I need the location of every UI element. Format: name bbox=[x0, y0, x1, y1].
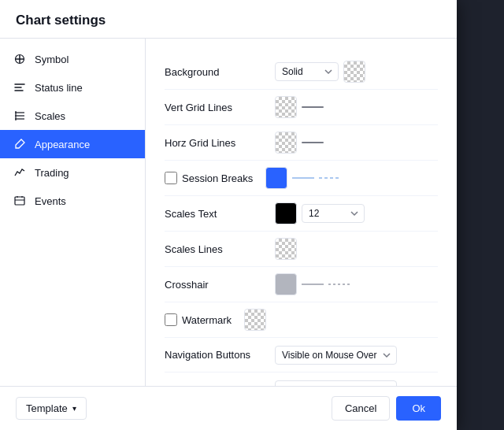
session-breaks-line-solid[interactable] bbox=[292, 177, 314, 179]
scales-text-color-swatch[interactable] bbox=[275, 202, 297, 224]
panel-body: Symbol Status line bbox=[0, 39, 457, 386]
horz-grid-dash-solid bbox=[302, 142, 324, 143]
sidebar-item-scales[interactable]: Scales bbox=[0, 102, 145, 130]
vert-grid-lines-label: Vert Grid Lines bbox=[165, 102, 275, 113]
background-color-swatch[interactable] bbox=[343, 61, 365, 83]
navigation-buttons-row: Navigation Buttons Always Visible on Mou… bbox=[165, 338, 438, 373]
session-breaks-row: Session Breaks bbox=[165, 161, 438, 196]
crosshair-line-dotted[interactable] bbox=[328, 284, 350, 285]
horz-grid-lines-row: Horz Grid Lines bbox=[165, 125, 438, 161]
vert-grid-color-swatch[interactable] bbox=[275, 96, 297, 118]
sidebar-item-trading[interactable]: Trading bbox=[0, 158, 145, 187]
sidebar-item-trading-label: Trading bbox=[35, 167, 69, 179]
vert-grid-dash-solid bbox=[302, 106, 324, 108]
scales-icon bbox=[13, 109, 27, 123]
horz-grid-lines-label: Horz Grid Lines bbox=[165, 137, 275, 149]
symbol-icon bbox=[13, 52, 27, 66]
scales-text-size-dropdown[interactable]: 10 11 12 13 14 16 bbox=[302, 204, 365, 223]
footer-left: Template ▾ bbox=[16, 397, 87, 420]
footer-right: Cancel Ok bbox=[332, 396, 441, 421]
cancel-button[interactable]: Cancel bbox=[332, 396, 390, 421]
sidebar-item-status-line-label: Status line bbox=[35, 82, 83, 94]
scales-lines-label: Scales Lines bbox=[165, 243, 275, 255]
horz-grid-line-style[interactable] bbox=[302, 142, 324, 143]
session-breaks-line-dotted[interactable] bbox=[319, 177, 341, 179]
pane-buttons-dropdown[interactable]: Always Visible on Mouse Over Never bbox=[275, 380, 397, 387]
sidebar-item-symbol[interactable]: Symbol bbox=[0, 45, 145, 73]
events-icon bbox=[13, 194, 27, 208]
background-row: Background Solid Gradient Image bbox=[165, 54, 438, 90]
dialog-overlay: Chart settings Symbol bbox=[0, 0, 504, 430]
crosshair-line-solid[interactable] bbox=[302, 284, 324, 285]
watermark-label: Watermark bbox=[182, 314, 232, 326]
panel-title: Chart settings bbox=[16, 13, 106, 28]
panel-header: Chart settings bbox=[0, 0, 457, 39]
session-breaks-label: Session Breaks bbox=[182, 172, 253, 184]
scales-lines-color-swatch[interactable] bbox=[275, 238, 297, 260]
sidebar-item-appearance[interactable]: Appearance bbox=[0, 130, 145, 158]
chart-background bbox=[457, 0, 504, 430]
crosshair-color-swatch[interactable] bbox=[275, 273, 297, 295]
chart-settings-panel: Chart settings Symbol bbox=[0, 0, 457, 430]
session-breaks-color-swatch[interactable] bbox=[265, 167, 287, 189]
background-controls: Solid Gradient Image bbox=[275, 61, 438, 83]
trading-icon bbox=[13, 165, 27, 180]
status-line-icon bbox=[13, 80, 27, 95]
watermark-color-swatch[interactable] bbox=[244, 309, 266, 331]
template-chevron-icon: ▾ bbox=[72, 404, 76, 413]
navigation-buttons-dropdown[interactable]: Always Visible on Mouse Over Never bbox=[275, 346, 397, 365]
crosshair-controls bbox=[275, 273, 438, 295]
watermark-checkbox[interactable] bbox=[165, 313, 177, 326]
scales-lines-controls bbox=[275, 238, 438, 260]
sidebar-item-status-line[interactable]: Status line bbox=[0, 73, 145, 102]
vert-grid-lines-row: Vert Grid Lines bbox=[165, 90, 438, 125]
pane-buttons-row: Pane Buttons Always Visible on Mouse Ove… bbox=[165, 373, 438, 386]
horz-grid-lines-controls bbox=[275, 132, 438, 154]
appearance-icon bbox=[13, 137, 27, 151]
template-button[interactable]: Template ▾ bbox=[16, 397, 87, 420]
navigation-buttons-controls: Always Visible on Mouse Over Never bbox=[275, 346, 438, 365]
sidebar-item-events[interactable]: Events bbox=[0, 187, 145, 215]
vert-grid-line-style[interactable] bbox=[302, 106, 324, 108]
watermark-row: Watermark bbox=[165, 302, 438, 338]
horz-grid-color-swatch[interactable] bbox=[275, 132, 297, 154]
crosshair-label: Crosshair bbox=[165, 279, 275, 291]
panel-footer: Template ▾ Cancel Ok bbox=[0, 386, 457, 430]
pane-buttons-controls: Always Visible on Mouse Over Never bbox=[275, 380, 438, 387]
navigation-buttons-label: Navigation Buttons bbox=[165, 349, 275, 361]
scales-lines-row: Scales Lines bbox=[165, 232, 438, 267]
background-dropdown[interactable]: Solid Gradient Image bbox=[275, 62, 339, 81]
sidebar-item-events-label: Events bbox=[35, 195, 66, 207]
session-breaks-controls: Session Breaks bbox=[165, 167, 438, 189]
session-breaks-checkbox[interactable] bbox=[165, 172, 177, 184]
content-area: Background Solid Gradient Image Vert Gri… bbox=[146, 39, 457, 386]
ok-button[interactable]: Ok bbox=[396, 396, 441, 421]
scales-text-controls: 10 11 12 13 14 16 bbox=[275, 202, 438, 224]
sidebar-item-symbol-label: Symbol bbox=[35, 54, 69, 65]
sidebar-item-appearance-label: Appearance bbox=[35, 139, 90, 150]
scales-text-row: Scales Text 10 11 12 13 14 16 bbox=[165, 196, 438, 232]
watermark-controls: Watermark bbox=[165, 309, 438, 331]
vert-grid-lines-controls bbox=[275, 96, 438, 118]
scales-text-label: Scales Text bbox=[165, 208, 275, 220]
background-label: Background bbox=[165, 66, 275, 78]
template-label: Template bbox=[26, 402, 68, 414]
sidebar-item-scales-label: Scales bbox=[35, 110, 65, 122]
svg-rect-5 bbox=[15, 197, 24, 205]
sidebar: Symbol Status line bbox=[0, 39, 146, 386]
crosshair-row: Crosshair bbox=[165, 267, 438, 302]
